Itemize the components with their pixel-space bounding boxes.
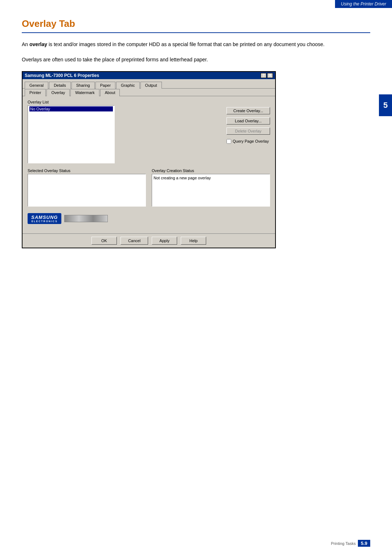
overlay-list-item[interactable]: No Overlay [29,106,113,111]
intro-paragraph-2: Overlays are often used to take the plac… [22,56,370,64]
page-number-tab: 5 [379,94,392,116]
selected-overlay-status-label: Selected Overlay Status [28,168,146,173]
tab-watermark[interactable]: Watermark [70,89,99,96]
samsung-logo: SAMSUNG ELECTRONICS [28,213,61,224]
samsung-logo-text: SAMSUNG [31,215,58,220]
selected-overlay-status-column: Selected Overlay Status [28,168,146,207]
dialog-body: Overlay List No Overlay Create Overlay..… [23,96,275,233]
tab-overlay[interactable]: Overlay [46,89,70,96]
query-overlay-label: Query Page Overlay [233,139,269,143]
titlebar-buttons: ? X [261,73,273,78]
tab-output[interactable]: Output [140,82,162,89]
query-overlay-checkbox[interactable] [226,139,231,144]
close-button[interactable]: X [267,73,273,78]
query-overlay-row: Query Page Overlay [226,139,270,144]
selected-overlay-status-box [28,174,146,207]
dialog-title: Samsung ML-7300 PCL 6 Properties [25,73,99,78]
help-button[interactable]: ? [261,73,266,78]
dialog-titlebar: Samsung ML-7300 PCL 6 Properties ? X [23,72,275,79]
tab-graphic[interactable]: Graphic [116,82,140,89]
top-banner: Using the Printer Driver [335,0,392,8]
title-divider [22,32,370,33]
tab-general[interactable]: General [25,82,48,89]
footer-page-number: 5.9 [358,540,370,547]
tabs-row: General Details Sharing Paper Graphic Ou… [23,79,275,89]
overlay-creation-status-box: Not creating a new page overlay [152,174,270,207]
tab-details[interactable]: Details [49,82,71,89]
help-footer-button[interactable]: Help [181,237,206,245]
samsung-electronics-text: ELECTRONICS [32,220,58,223]
overlay-creation-status-label: Overlay Creation Status [152,168,270,173]
overlay-creation-status-column: Overlay Creation Status Not creating a n… [152,168,270,207]
properties-dialog: Samsung ML-7300 PCL 6 Properties ? X Gen… [22,71,276,248]
overlay-list-label: Overlay List [28,100,221,104]
dialog-footer: OK Cancel Apply Help [23,233,275,248]
load-overlay-button[interactable]: Load Overlay... [226,117,270,125]
overlay-creation-status-text: Not creating a new page overlay [154,176,211,180]
samsung-logo-area: SAMSUNG ELECTRONICS [28,211,270,226]
page-footer: Printing Tasks 5.9 [331,540,370,547]
status-section: Selected Overlay Status Overlay Creation… [28,168,270,207]
apply-button[interactable]: Apply [152,237,177,245]
footer-label: Printing Tasks [331,541,356,546]
create-overlay-button[interactable]: Create Overlay... [226,107,270,114]
tab-paper[interactable]: Paper [95,82,115,89]
tab-sharing[interactable]: Sharing [72,82,95,89]
section-title: Overlay Tab [22,18,370,29]
tabs-row-2: Printer Overlay Watermark About [23,89,275,96]
overlay-section: Overlay List No Overlay Create Overlay..… [28,100,270,163]
delete-overlay-button[interactable]: Delete Overlay [226,127,270,135]
tab-printer[interactable]: Printer [25,89,46,96]
overlay-list-box[interactable]: No Overlay [28,105,115,163]
overlay-buttons-area: Create Overlay... Load Overlay... Delete… [226,100,270,163]
ok-button[interactable]: OK [91,237,117,245]
intro-paragraph-1: An overlay is text and/or images stored … [22,40,370,48]
overlay-list-area: Overlay List No Overlay [28,100,221,163]
logo-graphic [64,215,108,222]
tab-about[interactable]: About [100,89,120,96]
cancel-button[interactable]: Cancel [121,237,148,245]
